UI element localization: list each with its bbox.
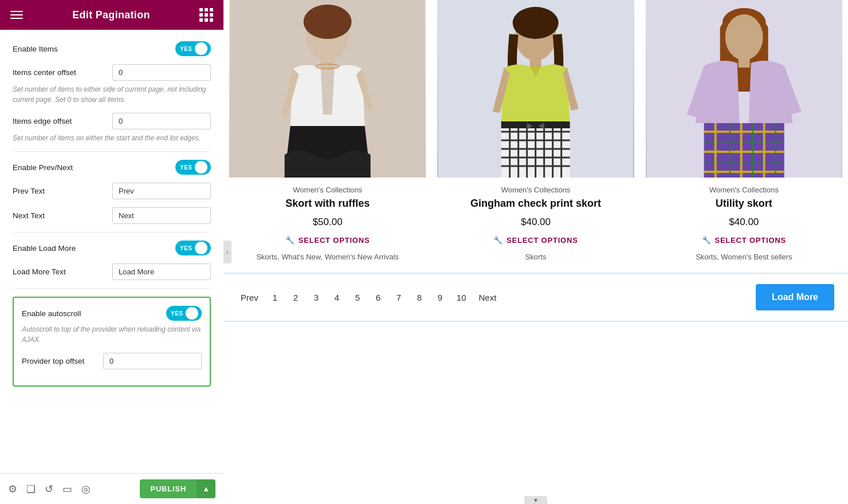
- page-4[interactable]: 4: [329, 292, 344, 304]
- history-icon[interactable]: ↺: [45, 483, 53, 495]
- sidebar-footer: ⚙ ❑ ↺ ▭ ◎ PUBLISH ▲: [0, 473, 223, 504]
- prev-button[interactable]: Prev: [237, 292, 262, 304]
- next-text-input[interactable]: [112, 207, 211, 224]
- load-more-text-row: Load More Text: [13, 263, 211, 280]
- page-7[interactable]: 7: [391, 292, 406, 304]
- product-3-collection: Women's Collections: [646, 186, 842, 194]
- load-more-text-label: Load More Text: [13, 267, 66, 276]
- items-center-offset-input[interactable]: [112, 64, 211, 81]
- main-area: Women's Collections Skort with ruffles $…: [223, 0, 848, 504]
- svg-rect-28: [738, 57, 749, 68]
- product-3-price: $40.00: [646, 216, 842, 228]
- prev-text-row: Prev Text: [13, 183, 211, 199]
- enable-items-row: Enable Items YES: [13, 41, 211, 56]
- product-2-select-label: SELECT OPTIONS: [507, 236, 578, 245]
- product-card-1: Women's Collections Skort with ruffles $…: [223, 0, 431, 273]
- wrench-icon-2: 🔧: [493, 236, 503, 245]
- page-5[interactable]: 5: [350, 292, 365, 304]
- settings-icon[interactable]: ⚙: [8, 483, 17, 495]
- items-edge-offset-row: Items edge offset: [13, 113, 211, 129]
- hamburger-icon[interactable]: [10, 11, 23, 19]
- items-center-offset-hint: Set number of items to either side of cu…: [13, 84, 211, 105]
- next-button[interactable]: Next: [476, 292, 500, 304]
- sidebar-header: Edit Pagination: [0, 0, 223, 30]
- enable-items-toggle[interactable]: YES: [175, 41, 211, 56]
- product-1-select-label: SELECT OPTIONS: [299, 236, 370, 245]
- publish-button[interactable]: PUBLISH: [140, 479, 197, 498]
- items-center-offset-label: Items center offset: [13, 68, 76, 77]
- product-1-tags: Skorts, What's New, Women's New Arrivals: [229, 253, 426, 261]
- bottom-collapse-tab[interactable]: ▼: [524, 496, 547, 504]
- product-3-select-label: SELECT OPTIONS: [714, 236, 786, 245]
- page-9[interactable]: 9: [433, 292, 447, 304]
- publish-btn-wrap: PUBLISH ▲: [140, 479, 215, 498]
- prev-text-label: Prev Text: [13, 187, 45, 195]
- enable-prev-next-toggle[interactable]: YES: [175, 160, 211, 175]
- provider-top-offset-label: Provider top offset: [22, 357, 84, 365]
- preview-icon[interactable]: ◎: [81, 483, 91, 495]
- product-card-2: Women's Collections Gingham check print …: [431, 0, 639, 273]
- product-1-collection: Women's Collections: [229, 186, 426, 194]
- product-image-2: [437, 0, 634, 178]
- page-6[interactable]: 6: [371, 292, 386, 304]
- product-image-1: [229, 0, 426, 178]
- responsive-icon[interactable]: ▭: [62, 483, 72, 495]
- page-2[interactable]: 2: [288, 292, 303, 304]
- next-text-label: Next Text: [13, 211, 45, 220]
- svg-rect-22: [501, 121, 570, 128]
- divider-3: [13, 288, 211, 289]
- load-more-button[interactable]: Load More: [756, 284, 834, 310]
- product-2-tags: Skorts: [437, 253, 634, 261]
- product-card-3: Women's Collections Utility skort $40.00…: [640, 0, 848, 273]
- wrench-icon-3: 🔧: [702, 236, 712, 245]
- divider-1: [13, 151, 211, 152]
- svg-point-7: [513, 7, 559, 39]
- autoscroll-section: Enable autoscroll YES Autoscroll to top …: [13, 297, 211, 387]
- items-edge-offset-hint: Set number of items on either the start …: [13, 133, 211, 143]
- product-1-name: Skort with ruffles: [229, 198, 426, 210]
- collapse-sidebar-tab[interactable]: ‹: [223, 241, 231, 263]
- products-grid: Women's Collections Skort with ruffles $…: [223, 0, 848, 273]
- svg-point-27: [725, 14, 763, 60]
- enable-load-more-toggle[interactable]: YES: [175, 241, 211, 255]
- publish-dropdown-button[interactable]: ▲: [197, 479, 215, 498]
- pagination-bar: Prev 1 2 3 4 5 6 7 8 9 10 Next Load More: [223, 273, 848, 322]
- grid-icon[interactable]: [199, 8, 213, 22]
- toggle-yes-3: YES: [180, 245, 193, 251]
- sidebar: Edit Pagination Enable Items YES Items c…: [0, 0, 223, 504]
- product-1-select-btn[interactable]: 🔧 SELECT OPTIONS: [229, 236, 426, 245]
- load-more-text-input[interactable]: [112, 263, 211, 280]
- enable-items-label: Enable Items: [13, 45, 58, 53]
- toggle-circle-4: [186, 307, 198, 320]
- items-center-offset-row: Items center offset: [13, 64, 211, 81]
- enable-autoscroll-toggle[interactable]: YES: [166, 306, 202, 321]
- toggle-circle-3: [195, 242, 207, 254]
- sidebar-title: Edit Pagination: [72, 9, 150, 21]
- toggle-circle: [195, 42, 207, 55]
- enable-autoscroll-row: Enable autoscroll YES: [22, 306, 202, 321]
- toggle-yes-label: YES: [180, 46, 193, 52]
- enable-load-more-row: Enable Load More YES: [13, 241, 211, 255]
- product-3-tags: Skorts, Women's Best sellers: [646, 253, 842, 261]
- svg-point-2: [304, 5, 352, 39]
- prev-text-input[interactable]: [112, 183, 211, 199]
- page-1[interactable]: 1: [268, 292, 282, 304]
- enable-load-more-label: Enable Load More: [13, 244, 76, 253]
- page-10[interactable]: 10: [453, 292, 470, 304]
- product-2-select-btn[interactable]: 🔧 SELECT OPTIONS: [437, 236, 634, 245]
- page-8[interactable]: 8: [412, 292, 427, 304]
- items-edge-offset-label: Items edge offset: [13, 117, 72, 125]
- enable-prev-next-row: Enable Prev/Next YES: [13, 160, 211, 175]
- autoscroll-hint: Autoscroll to top of the provider when r…: [22, 324, 202, 345]
- toggle-circle-2: [195, 161, 207, 174]
- layers-icon[interactable]: ❑: [26, 483, 36, 495]
- toggle-yes-2: YES: [180, 164, 193, 171]
- page-3[interactable]: 3: [309, 292, 324, 304]
- product-3-select-btn[interactable]: 🔧 SELECT OPTIONS: [646, 236, 842, 245]
- items-edge-offset-input[interactable]: [112, 113, 211, 129]
- product-image-3: [646, 0, 842, 178]
- product-2-name: Gingham check print skort: [437, 198, 634, 210]
- provider-top-offset-input[interactable]: [103, 353, 202, 369]
- sidebar-content: Enable Items YES Items center offset Set…: [0, 30, 223, 473]
- footer-icons: ⚙ ❑ ↺ ▭ ◎: [8, 483, 91, 495]
